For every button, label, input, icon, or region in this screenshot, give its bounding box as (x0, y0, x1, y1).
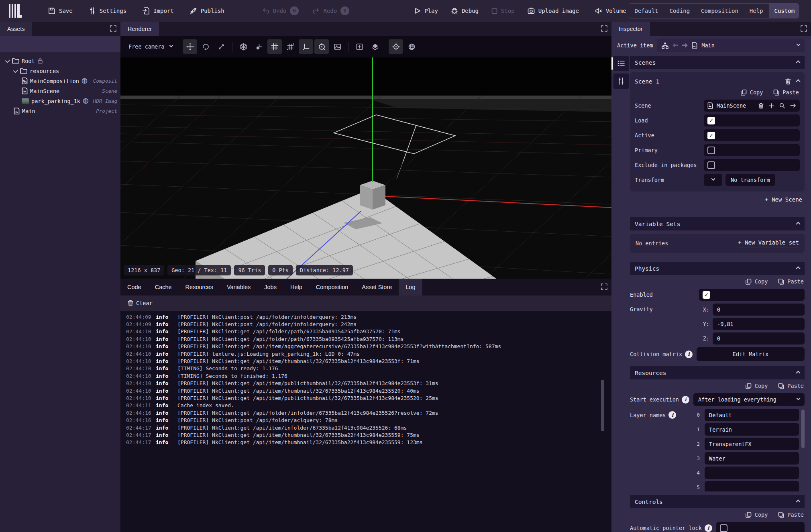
scene-ref-field[interactable]: MainScene (704, 100, 800, 112)
info-icon[interactable]: i (682, 396, 689, 404)
active-item-field[interactable]: Main (657, 39, 805, 52)
bottom-tab[interactable]: Code (120, 279, 148, 296)
new-scene-button[interactable]: + New Scene (765, 196, 802, 203)
physics-copy-button[interactable]: Copy (746, 278, 768, 285)
debug-button[interactable]: Debug (448, 4, 481, 18)
bottom-panel-fullscreen-icon[interactable] (601, 283, 607, 290)
transform-dropdown-button[interactable] (704, 174, 722, 186)
info-icon[interactable]: i (705, 524, 712, 532)
controls-paste-button[interactable]: Paste (778, 512, 804, 518)
bounding-box-button[interactable] (236, 39, 251, 54)
layer-name-input[interactable] (705, 467, 799, 479)
gravity-y-input[interactable] (713, 318, 805, 330)
info-icon[interactable]: i (668, 411, 676, 419)
resources-paste-button[interactable]: Paste (778, 383, 804, 389)
exclude-in-packages-checkbox[interactable] (707, 161, 715, 169)
primary-checkbox[interactable] (707, 147, 715, 154)
section-header-controls[interactable]: Controls (630, 495, 805, 508)
history-back-icon[interactable] (672, 43, 678, 48)
info-icon[interactable]: i (685, 351, 693, 358)
bottom-tab[interactable]: Help (283, 279, 309, 296)
delete-scene-icon[interactable] (785, 78, 791, 85)
import-button[interactable]: Import (140, 4, 176, 18)
chevron-down-icon[interactable] (5, 58, 10, 63)
properties-list-rail-button[interactable] (613, 56, 629, 71)
controls-copy-button[interactable]: Copy (746, 512, 768, 518)
copy-button[interactable]: Copy (741, 89, 763, 96)
gizmo-toggle-button[interactable] (314, 39, 329, 54)
tree-item-maincomposition[interactable]: MainComposition Composit (0, 76, 120, 86)
edit-matrix-button[interactable]: Edit Matrix (697, 347, 805, 361)
history-forward-icon[interactable] (682, 43, 688, 48)
search-scene-icon[interactable] (779, 103, 785, 108)
grid-snap-button[interactable] (283, 39, 298, 54)
layer-name-input[interactable] (705, 438, 799, 450)
remove-scene-ref-icon[interactable] (758, 103, 764, 109)
tab-inspector[interactable]: Inspector (611, 22, 650, 36)
gravity-z-input[interactable] (713, 332, 805, 344)
section-header-resources[interactable]: Resources (630, 366, 805, 379)
tab-assets[interactable]: Assets (0, 22, 32, 36)
tree-item-main-project[interactable]: Main Project (0, 106, 120, 116)
layers-button[interactable] (368, 39, 382, 54)
upload-image-button[interactable]: Upload image (525, 4, 581, 18)
tree-item-park-parking-1k[interactable]: park_parking_1k HDR Imag (0, 96, 120, 106)
physics-paste-button[interactable]: Paste (778, 278, 804, 285)
move-tool-button[interactable] (183, 39, 197, 54)
renderer-fullscreen-icon[interactable] (601, 25, 607, 32)
renderer-viewport[interactable]: 1216 x 837Geo: 21 / Tex: 1196 Tris0 PtsD… (120, 57, 611, 279)
grid-toggle-button[interactable] (267, 39, 282, 54)
active-checkbox[interactable]: ✓ (707, 132, 715, 139)
layers-scrollbar[interactable] (801, 410, 805, 448)
camera-select[interactable]: Free camera (125, 43, 176, 50)
tree-item-resources[interactable]: resources (0, 66, 120, 76)
chevron-down-icon[interactable] (13, 68, 18, 73)
undo-button[interactable]: Undo 0 (260, 4, 302, 18)
hierarchy-icon[interactable] (662, 42, 668, 49)
section-header-physics[interactable]: Physics (630, 262, 805, 275)
load-checkbox[interactable]: ✓ (707, 117, 715, 124)
play-button[interactable]: Play (412, 4, 440, 18)
settings-button[interactable]: Settings (86, 4, 129, 18)
bottom-tab[interactable]: Cache (148, 279, 179, 296)
tree-item-root[interactable]: Root (0, 56, 120, 66)
rotate-tool-button[interactable] (198, 39, 213, 54)
bottom-tab[interactable]: Composition (309, 279, 355, 296)
layout-mode-tab[interactable]: Custom (769, 4, 799, 18)
collapse-scene-icon[interactable] (796, 79, 800, 84)
publish-button[interactable]: Publish (187, 4, 227, 18)
snap-button[interactable] (252, 39, 266, 54)
log-scrollbar[interactable] (601, 380, 604, 431)
gravity-x-input[interactable] (713, 304, 805, 316)
layer-name-input[interactable] (705, 423, 799, 436)
inspector-fullscreen-icon[interactable] (801, 25, 807, 32)
bottom-tab[interactable]: Variables (220, 279, 257, 296)
layout-mode-tab[interactable]: Composition (695, 4, 744, 18)
redo-button[interactable]: Redo 0 (310, 4, 352, 18)
world-globe-button[interactable] (404, 39, 419, 54)
focus-target-button[interactable] (389, 39, 403, 54)
section-header-scenes[interactable]: Scenes (630, 56, 805, 69)
physics-enabled-checkbox[interactable]: ✓ (703, 291, 710, 299)
background-image-button[interactable] (330, 39, 344, 54)
tab-renderer[interactable]: Renderer (120, 22, 159, 36)
volume-button[interactable]: Volume (593, 4, 629, 18)
layout-mode-tab[interactable]: Default (629, 4, 664, 18)
layer-name-input[interactable] (705, 481, 799, 491)
layout-mode-tab[interactable]: Help (744, 4, 769, 18)
add-scene-ref-icon[interactable] (769, 103, 774, 108)
frame-selection-button[interactable] (352, 39, 367, 54)
layer-name-input[interactable] (705, 452, 799, 465)
layout-mode-tab[interactable]: Coding (664, 4, 696, 18)
layer-name-input[interactable] (705, 409, 799, 421)
bottom-tab[interactable]: Log (399, 279, 422, 296)
clear-log-button[interactable]: Clear (128, 300, 153, 306)
axes-toggle-button[interactable] (299, 39, 313, 54)
section-header-variable-sets[interactable]: Variable Sets (630, 217, 805, 230)
start-execution-select[interactable]: After loading everything (693, 393, 805, 406)
assets-fullscreen-icon[interactable] (110, 25, 116, 32)
resources-copy-button[interactable]: Copy (746, 383, 768, 389)
stop-button[interactable]: Stop (489, 4, 517, 18)
new-variable-set-button[interactable]: + New Variable set (738, 239, 799, 247)
paste-button[interactable]: Paste (773, 89, 799, 96)
